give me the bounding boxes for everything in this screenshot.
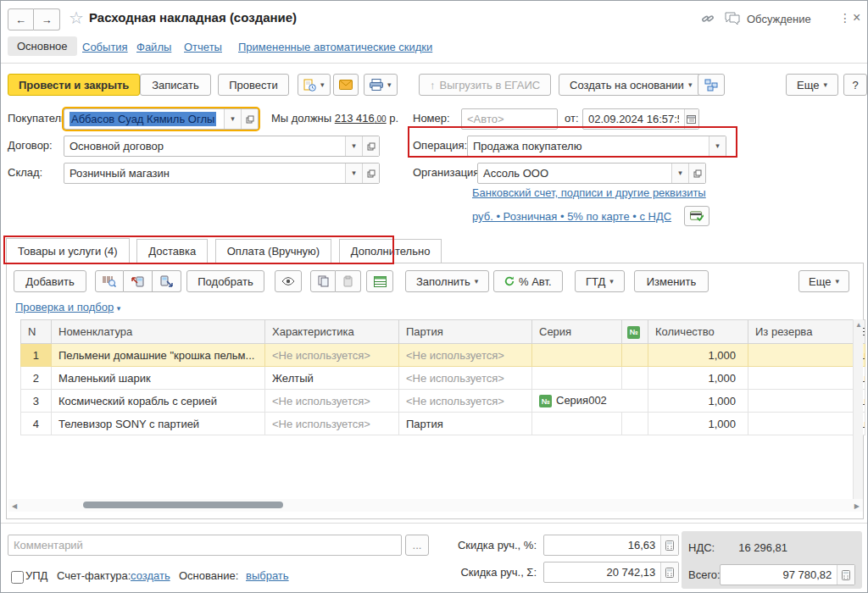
vat-value: 16 296,81 bbox=[707, 541, 787, 554]
document-structure-button[interactable] bbox=[698, 74, 725, 96]
basis-select-link[interactable]: выбрать bbox=[246, 569, 289, 582]
check-and-pick-link[interactable]: Проверка и подбор ▾ bbox=[15, 301, 120, 313]
warehouse-value: Розничный магазин bbox=[64, 163, 345, 183]
table-row[interactable]: 2 Маленький шарик Желтый <Не используетс… bbox=[21, 367, 865, 390]
vertical-scrollbar[interactable]: ▲ bbox=[853, 319, 863, 499]
bank-details-link[interactable]: Банковский счет, подписи и другие реквиз… bbox=[472, 186, 706, 199]
organization-value: Ассоль ООО bbox=[478, 163, 671, 183]
warehouse-open-button[interactable] bbox=[362, 163, 379, 183]
send-email-button[interactable] bbox=[333, 74, 359, 96]
organization-dropdown-button[interactable]: ▾ bbox=[671, 163, 688, 183]
calculator-button[interactable] bbox=[837, 565, 854, 585]
favorite-star-icon[interactable]: ☆ bbox=[69, 8, 84, 28]
document-clock-icon bbox=[303, 79, 316, 91]
contract-dropdown-button[interactable]: ▾ bbox=[345, 136, 362, 156]
barcode-search-button[interactable] bbox=[95, 270, 124, 292]
forward-button[interactable]: → bbox=[34, 8, 60, 30]
calendar-button[interactable] bbox=[684, 109, 698, 129]
calculator-button[interactable] bbox=[660, 563, 678, 582]
buyer-label: Покупатель: bbox=[8, 112, 70, 125]
open-icon bbox=[693, 169, 702, 178]
divider bbox=[1, 523, 868, 524]
table-more-button[interactable]: Еще▾ bbox=[798, 270, 849, 292]
tab-delivery[interactable]: Доставка bbox=[136, 239, 208, 263]
tab-main[interactable]: Основное bbox=[8, 36, 77, 56]
price-settings-link[interactable]: руб. • Розничная • 5% по карте • с НДС bbox=[472, 210, 671, 223]
horizontal-scrollbar[interactable]: ◀ ▶ bbox=[8, 499, 863, 512]
gtd-button[interactable]: ГТД▾ bbox=[575, 270, 625, 292]
terminal-import-button[interactable] bbox=[124, 270, 153, 292]
discount-card-button[interactable] bbox=[684, 206, 709, 226]
help-button[interactable]: ? bbox=[843, 74, 867, 96]
comment-field[interactable] bbox=[8, 535, 402, 556]
number-field[interactable] bbox=[461, 108, 558, 130]
calculator-button[interactable] bbox=[660, 535, 678, 555]
back-button[interactable]: ← bbox=[8, 8, 34, 30]
tab-files[interactable]: Файлы bbox=[136, 41, 171, 53]
more-button[interactable]: Еще▾ bbox=[786, 74, 838, 96]
upd-checkbox[interactable] bbox=[11, 571, 24, 584]
copy-icon bbox=[318, 275, 329, 287]
tab-events[interactable]: События bbox=[82, 41, 128, 53]
manual-discount-sum-field[interactable] bbox=[543, 562, 679, 583]
tab-payment[interactable]: Оплата (Вручную) bbox=[215, 239, 331, 263]
table-row[interactable]: 3 Космический корабль с серией <Не испол… bbox=[21, 390, 865, 413]
total-input[interactable] bbox=[721, 565, 837, 585]
post-button[interactable]: Провести bbox=[218, 74, 289, 96]
create-based-on-button[interactable]: Создать на основании▾ bbox=[559, 74, 703, 96]
window-menu-icon[interactable]: ⋮ bbox=[839, 11, 851, 25]
view-button[interactable] bbox=[275, 270, 302, 292]
manual-discount-pct-input[interactable] bbox=[544, 535, 660, 555]
close-icon[interactable]: × bbox=[853, 10, 860, 25]
print-button[interactable]: ▾ bbox=[364, 74, 398, 96]
operation-dropdown-button[interactable]: ▾ bbox=[709, 136, 726, 156]
terminal-export-button[interactable] bbox=[153, 270, 181, 292]
add-row-button[interactable]: Добавить bbox=[14, 270, 86, 292]
scroll-left-icon[interactable]: ◀ bbox=[12, 502, 17, 510]
organization-field[interactable]: Ассоль ООО ▾ bbox=[477, 163, 706, 184]
buyer-open-button[interactable] bbox=[241, 109, 258, 129]
comment-input[interactable] bbox=[8, 535, 401, 555]
buyer-field[interactable]: Аббасов Суад Кямиль Оглы ▾ bbox=[64, 108, 259, 130]
scroll-right-icon[interactable]: ▶ bbox=[854, 502, 860, 510]
number-input[interactable] bbox=[462, 109, 557, 129]
warehouse-dropdown-button[interactable]: ▾ bbox=[345, 163, 362, 183]
date-input[interactable] bbox=[583, 109, 684, 129]
copy-rows-button[interactable] bbox=[310, 270, 336, 292]
invoice-create-link[interactable]: создать bbox=[131, 569, 170, 582]
scrollbar-thumb[interactable] bbox=[83, 502, 283, 508]
warehouse-field[interactable]: Розничный магазин ▾ bbox=[64, 163, 380, 184]
tab-auto-discounts[interactable]: Примененные автоматические скидки bbox=[238, 41, 432, 53]
table-row[interactable]: 4 Телевизор SONY с партией <Не используе… bbox=[21, 413, 865, 435]
discussion-label[interactable]: Обсуждение bbox=[747, 13, 811, 25]
fill-button[interactable]: Заполнить▾ bbox=[405, 270, 489, 292]
buyer-dropdown-button[interactable]: ▾ bbox=[224, 109, 241, 129]
grid-header-row[interactable]: N Номенклатура Характеристика Партия Сер… bbox=[21, 320, 865, 344]
manual-discount-sum-input[interactable] bbox=[544, 563, 660, 582]
auto-discount-button[interactable]: % Авт. bbox=[493, 270, 563, 292]
barcode-search-icon bbox=[103, 275, 116, 287]
scroll-up-icon[interactable]: ▲ bbox=[855, 321, 862, 329]
post-and-close-button[interactable]: Провести и закрыть bbox=[8, 74, 140, 96]
pick-items-button[interactable]: Подобрать bbox=[186, 270, 264, 292]
get-link-icon[interactable] bbox=[701, 12, 715, 25]
operation-field[interactable]: Продажа покупателю ▾ bbox=[467, 136, 726, 157]
contract-field[interactable]: Основной договор ▾ bbox=[64, 136, 380, 157]
total-field[interactable] bbox=[720, 564, 855, 585]
tab-reports[interactable]: Отчеты bbox=[184, 41, 222, 53]
discussion-icon[interactable] bbox=[725, 12, 740, 25]
save-button[interactable]: Записать bbox=[140, 74, 211, 96]
tab-goods-services[interactable]: Товары и услуги (4) bbox=[6, 238, 130, 263]
contract-open-button[interactable] bbox=[362, 136, 379, 156]
manual-discount-pct-field[interactable] bbox=[543, 535, 679, 556]
organization-open-button[interactable] bbox=[688, 163, 705, 183]
date-field[interactable] bbox=[582, 108, 699, 130]
change-button[interactable]: Изменить bbox=[634, 270, 709, 292]
egais-upload-button: ↑ Выгрузить в ЕГАИС bbox=[419, 74, 551, 96]
table-row[interactable]: 1 Пельмени домашние "крошка пельм... <Не… bbox=[21, 344, 865, 367]
tab-additional[interactable]: Дополнительно bbox=[339, 239, 442, 263]
print-forms-button[interactable]: ▾ bbox=[298, 74, 331, 96]
debt-amount-link[interactable]: 213 416,00 bbox=[335, 112, 387, 125]
table-settings-button[interactable] bbox=[366, 270, 393, 292]
number-label: Номер: bbox=[413, 112, 450, 125]
